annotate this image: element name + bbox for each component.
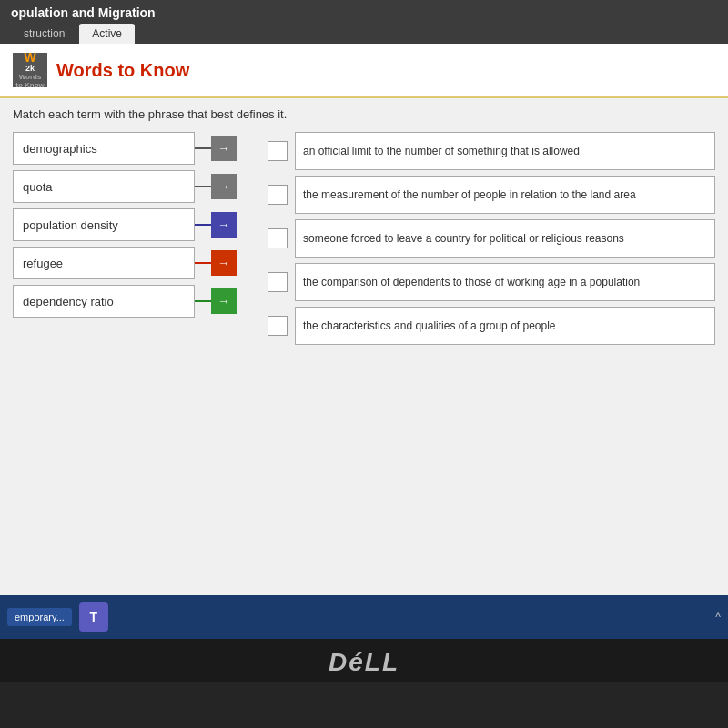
taskbar-item-browser[interactable]: emporary... [7, 608, 72, 626]
connector-4 [195, 262, 211, 264]
connector-2 [195, 186, 211, 187]
checkbox-4[interactable] [268, 272, 288, 292]
w2k-icon: W 2k Words to Know [13, 53, 47, 87]
terms-column: demographics → quota → population [13, 132, 249, 345]
term-row-2: quota → [13, 170, 249, 203]
term-box-1: demographics [13, 132, 195, 165]
arrow-btn-3[interactable]: → [211, 212, 237, 238]
definition-row-4: the comparison of dependents to those of… [268, 263, 715, 301]
connector-5 [195, 300, 211, 302]
checkbox-5[interactable] [268, 316, 288, 336]
definition-box-3: someone forced to leave a country for po… [295, 219, 715, 258]
instructions-text: Match each term with the phrase that bes… [0, 98, 728, 126]
checkbox-2[interactable] [268, 185, 288, 205]
checkbox-1[interactable] [268, 141, 288, 161]
app-chrome: opulation and Migration struction Active [0, 0, 728, 44]
term-box-4: refugee [13, 247, 195, 279]
definition-box-4: the comparison of dependents to those of… [295, 263, 715, 301]
term-row-5: dependency ratio → [13, 285, 249, 318]
teams-icon[interactable]: T [79, 602, 108, 632]
definitions-column: an official limit to the number of somet… [268, 132, 715, 345]
arrow-btn-1[interactable]: → [211, 136, 237, 161]
connector-1 [195, 147, 211, 149]
definition-box-1: an official limit to the number of somet… [295, 132, 715, 170]
definition-row-1: an official limit to the number of somet… [268, 132, 715, 170]
definition-box-5: the characteristics and qualities of a g… [295, 307, 715, 345]
term-box-2: quota [13, 170, 195, 203]
dell-logo: DéLL [329, 648, 399, 677]
taskbar: emporary... T ^ [0, 595, 728, 639]
arrow-btn-5[interactable]: → [211, 288, 237, 314]
arrow-btn-4[interactable]: → [211, 250, 237, 276]
term-row-1: demographics → [13, 132, 249, 165]
definition-row-3: someone forced to leave a country for po… [268, 219, 715, 258]
tab-active[interactable]: Active [79, 24, 135, 44]
term-box-5: dependency ratio [13, 285, 195, 318]
laptop-base [0, 682, 728, 728]
arrow-btn-2[interactable]: → [211, 174, 237, 199]
term-row-3: population density → [13, 208, 249, 241]
content-area: W 2k Words to Know Words to Know Match e… [0, 44, 728, 595]
checkbox-3[interactable] [268, 228, 288, 248]
taskbar-chevron: ^ [715, 611, 721, 623]
term-row-4: refugee → [13, 247, 249, 279]
tab-instruction[interactable]: struction [11, 24, 77, 44]
definition-row-5: the characteristics and qualities of a g… [268, 307, 715, 345]
screen: opulation and Migration struction Active… [0, 0, 728, 728]
words-to-know-title: Words to Know [56, 60, 189, 81]
words-header: W 2k Words to Know Words to Know [0, 44, 728, 98]
match-area: demographics → quota → population [0, 126, 728, 350]
connector-3 [195, 224, 211, 226]
term-box-3: population density [13, 208, 195, 241]
definition-box-2: the measurement of the number of people … [295, 176, 715, 214]
app-tabs: struction Active [11, 24, 717, 44]
app-title: opulation and Migration [11, 5, 717, 24]
definition-row-2: the measurement of the number of people … [268, 176, 715, 214]
dell-area: DéLL [0, 639, 728, 682]
